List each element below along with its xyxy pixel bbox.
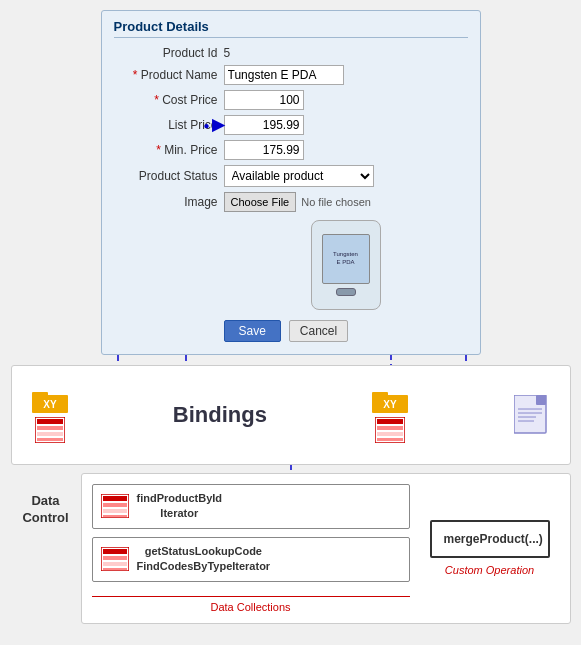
product-id-row: Product Id 5	[114, 46, 468, 60]
folder-icon-right: XY	[372, 387, 408, 415]
bindings-title: Bindings	[173, 402, 267, 428]
image-row: Image Choose File No file chosen	[114, 192, 468, 212]
find-product-text: findProductByIdIterator	[137, 491, 223, 522]
svg-rect-30	[377, 426, 403, 430]
product-status-select[interactable]: Available product	[224, 165, 374, 187]
svg-rect-45	[103, 549, 127, 554]
table-icon-right	[375, 417, 405, 443]
product-status-row: Product Status Available product	[114, 165, 468, 187]
bindings-doc-icon	[514, 395, 550, 435]
data-control-section: DataControl findProductByIdIterator	[11, 473, 571, 624]
data-control-label: DataControl	[11, 473, 81, 527]
product-id-value: 5	[224, 46, 231, 60]
svg-rect-41	[103, 503, 127, 507]
cancel-button[interactable]: Cancel	[289, 320, 348, 342]
svg-text:XY: XY	[43, 399, 57, 410]
cost-price-label: Cost Price	[114, 93, 224, 107]
dc-right: mergeProduct(...) Custom Operation	[420, 484, 560, 613]
data-collections-label: Data Collections	[92, 596, 410, 613]
device-image: TungstenE PDA	[311, 220, 381, 310]
svg-rect-22	[37, 426, 63, 430]
product-name-row: Product Name	[114, 65, 468, 85]
dc-left: findProductByIdIterator getStatusLookupC…	[92, 484, 410, 613]
get-status-item: getStatusLookupCodeFindCodesByTypeIterat…	[92, 537, 410, 582]
dc-row: findProductByIdIterator getStatusLookupC…	[92, 484, 560, 613]
svg-rect-31	[377, 432, 403, 436]
merge-product-box: mergeProduct(...)	[430, 520, 550, 558]
get-status-text: getStatusLookupCodeFindCodesByTypeIterat…	[137, 544, 271, 575]
min-price-input[interactable]	[224, 140, 304, 160]
svg-rect-42	[103, 509, 127, 513]
cost-price-input[interactable]	[224, 90, 304, 110]
svg-rect-26	[372, 392, 388, 398]
device-image-area: TungstenE PDA	[224, 220, 468, 310]
list-price-input[interactable]	[224, 115, 304, 135]
list-price-row: ● ▶ List Price	[114, 115, 468, 135]
svg-rect-46	[103, 556, 127, 560]
product-name-input[interactable]	[224, 65, 344, 85]
svg-rect-40	[103, 496, 127, 501]
product-status-label: Product Status	[114, 169, 224, 183]
svg-rect-43	[103, 515, 127, 517]
table-icon-left	[35, 417, 65, 443]
product-id-label: Product Id	[114, 46, 224, 60]
svg-rect-32	[377, 438, 403, 441]
min-price-row: Min. Price	[114, 140, 468, 160]
svg-rect-24	[37, 438, 63, 441]
find-product-item: findProductByIdIterator	[92, 484, 410, 529]
svg-text:XY: XY	[384, 399, 398, 410]
image-label: Image	[114, 195, 224, 209]
bindings-left-icon: XY	[32, 387, 68, 443]
rows-icon-find	[101, 494, 129, 518]
device-button	[336, 288, 356, 296]
bindings-panel: XY Bindings XY	[11, 365, 571, 465]
bindings-section: XY Bindings XY	[11, 365, 571, 465]
save-button[interactable]: Save	[224, 320, 281, 342]
data-control-panel: findProductByIdIterator getStatusLookupC…	[81, 473, 571, 624]
svg-rect-23	[37, 432, 63, 436]
main-wrapper: Product Details Product Id 5 Product Nam…	[11, 10, 571, 624]
svg-rect-29	[377, 419, 403, 424]
svg-rect-34	[536, 395, 546, 405]
choose-file-button[interactable]: Choose File	[224, 192, 297, 212]
svg-rect-47	[103, 562, 127, 566]
bindings-right-icon: XY	[372, 387, 408, 443]
custom-op-label: Custom Operation	[445, 564, 534, 576]
svg-rect-48	[103, 568, 127, 570]
folder-icon-left: XY	[32, 387, 68, 415]
form-buttons: Save Cancel	[224, 320, 468, 342]
rows-icon-status	[101, 547, 129, 571]
cost-price-row: Cost Price	[114, 90, 468, 110]
device-screen: TungstenE PDA	[322, 234, 370, 284]
min-price-label: Min. Price	[114, 143, 224, 157]
svg-rect-21	[37, 419, 63, 424]
document-icon	[514, 395, 550, 435]
svg-rect-18	[32, 392, 48, 398]
panel-title: Product Details	[114, 19, 468, 38]
product-details-panel: Product Details Product Id 5 Product Nam…	[101, 10, 481, 355]
file-chosen-text: No file chosen	[301, 196, 371, 208]
product-name-label: Product Name	[114, 68, 224, 82]
